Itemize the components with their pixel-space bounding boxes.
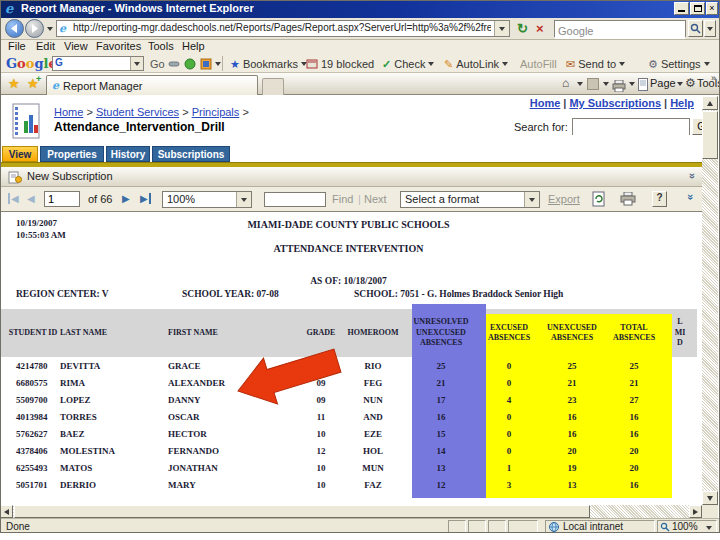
url-input[interactable] [57, 21, 493, 34]
print-dropdown-icon[interactable] [629, 82, 635, 86]
last-page-button[interactable]: ▶ [140, 193, 151, 204]
refresh-icon[interactable]: ↻ [517, 21, 528, 36]
find-text-input[interactable] [265, 193, 325, 206]
feeds-icon[interactable] [587, 78, 599, 90]
scroll-up-button[interactable] [702, 96, 718, 110]
prev-page-button[interactable]: ◀ [27, 193, 35, 204]
format-select-dropdown[interactable] [524, 192, 539, 207]
stop-icon[interactable]: × [536, 21, 544, 36]
menu-edit[interactable]: Edit [36, 40, 55, 52]
col-unresolved-unexcused[interactable]: UNRESOLVED UNEXCUSED ABSENCES [404, 309, 478, 357]
autofill-button[interactable]: AutoFill [520, 57, 557, 71]
menu-view[interactable]: View [64, 40, 88, 52]
table-row[interactable]: 4013984 TORRES OSCAR 11 AND 16 0 16 16 [8, 408, 696, 425]
zoom-select[interactable]: 100% [162, 191, 252, 208]
url-field[interactable]: e [56, 20, 510, 37]
favorites-center-icon[interactable]: ★ [8, 76, 20, 91]
notebook-icon[interactable] [200, 57, 221, 71]
horizontal-scroll-thumb[interactable] [14, 505, 590, 518]
sendto-button[interactable]: ✉Send to [566, 57, 625, 71]
tab-properties[interactable]: Properties [40, 146, 104, 162]
search-box[interactable] [554, 20, 686, 37]
menu-favorites[interactable]: Favorites [96, 40, 141, 52]
bookmarks-button[interactable]: ★Bookmarks [230, 57, 307, 71]
google-combo-dropdown[interactable] [130, 57, 143, 70]
table-row[interactable]: 6255493 MATOS JONATHAN 10 MUN 13 1 19 20 [8, 459, 696, 476]
first-page-button[interactable]: ◀ [8, 193, 19, 204]
vertical-scrollbar[interactable] [702, 96, 718, 505]
back-button[interactable] [5, 19, 24, 38]
feeds-dropdown-icon[interactable] [603, 82, 609, 86]
horizontal-scrollbar[interactable] [0, 505, 702, 518]
viewer-help-icon[interactable]: ? [652, 191, 667, 207]
collapse-chevron-icon[interactable]: « [685, 173, 697, 179]
settings-button[interactable]: ⚙Settings [648, 57, 710, 71]
toolbar-more-icon[interactable]: » [711, 73, 716, 83]
link-home[interactable]: Home [530, 97, 561, 109]
col-homeroom[interactable]: HOMEROOM [342, 309, 404, 357]
link-icon[interactable] [168, 57, 180, 71]
menu-file[interactable]: File [8, 40, 26, 52]
col-excused[interactable]: EXCUSED ABSENCES [478, 309, 540, 357]
window-titlebar[interactable]: e Report Manager - Windows Internet Expl… [0, 0, 720, 18]
minimize-button[interactable] [674, 2, 689, 15]
search-dropdown-button[interactable] [704, 20, 716, 37]
col-total[interactable]: TOTAL ABSENCES [604, 309, 664, 357]
next-page-button[interactable]: ▶ [122, 193, 130, 204]
export-link[interactable]: Export [548, 193, 580, 205]
menu-tools[interactable]: Tools [148, 40, 174, 52]
google-go-button[interactable]: Go [150, 57, 165, 71]
expand-chevron-icon[interactable]: » [685, 194, 697, 200]
col-first-name[interactable]: FIRST NAME [166, 309, 300, 357]
url-dropdown-button[interactable] [494, 21, 509, 36]
tab-view[interactable]: View [2, 146, 38, 162]
pagerank-orb-icon[interactable] [184, 57, 196, 71]
page-button[interactable]: Page [650, 77, 676, 89]
table-row[interactable]: 5509700 LOPEZ DANNY 09 NUN 17 4 23 27 [8, 391, 696, 408]
close-button[interactable]: × [706, 2, 718, 15]
zoom-select-dropdown[interactable] [236, 192, 251, 207]
scroll-right-button[interactable] [689, 505, 702, 518]
table-row[interactable]: 4214780 DEVITTA GRACE 12 RIO 25 0 25 25 [8, 357, 696, 374]
print-report-icon[interactable] [620, 192, 636, 208]
link-my-subscriptions[interactable]: My Subscriptions [569, 97, 661, 109]
scroll-down-button[interactable] [702, 491, 718, 505]
google-search-combo[interactable]: G [52, 56, 144, 71]
forward-button[interactable] [25, 19, 44, 38]
browser-search-input[interactable] [555, 24, 685, 39]
col-student-id[interactable]: STUDENT ID [8, 309, 58, 357]
refresh-report-icon[interactable] [592, 191, 606, 209]
table-row[interactable]: 5051701 DERRIO MARY 10 FAZ 12 3 13 16 [8, 476, 696, 493]
page-number-input[interactable] [45, 192, 79, 206]
menu-help[interactable]: Help [182, 40, 205, 52]
autolink-button[interactable]: ✎AutoLink [444, 57, 508, 71]
zoom-panel[interactable]: 100% [657, 520, 717, 533]
new-subscription-button[interactable]: New Subscription [27, 170, 113, 182]
report-search-input[interactable] [573, 122, 689, 137]
vertical-scroll-thumb[interactable] [702, 111, 718, 159]
tab-subscriptions[interactable]: Subscriptions [152, 146, 230, 162]
table-row[interactable]: 4378406 MOLESTINA FERNANDO 12 HOL 14 0 2… [8, 442, 696, 459]
export-format-select[interactable]: Select a format [400, 191, 540, 208]
col-unexcused[interactable]: UNEXCUSED ABSENCES [540, 309, 604, 357]
home-icon[interactable]: ⌂ [562, 76, 569, 90]
search-go-icon[interactable] [688, 20, 703, 37]
spellcheck-button[interactable]: ✓Check [382, 57, 434, 71]
next-link[interactable]: Next [364, 193, 387, 205]
home-dropdown-icon[interactable] [577, 82, 583, 86]
breadcrumb-student-services[interactable]: Student Services [96, 106, 179, 118]
link-help[interactable]: Help [670, 97, 694, 109]
new-tab-stub[interactable] [262, 78, 284, 95]
history-dropdown-icon[interactable] [47, 27, 53, 31]
page-dropdown-icon[interactable] [677, 82, 683, 86]
tab-report-manager[interactable]: e Report Manager [46, 75, 258, 95]
breadcrumb-principals[interactable]: Principals [192, 106, 240, 118]
print-icon[interactable] [612, 78, 626, 96]
tools-button[interactable]: Tools [697, 77, 720, 89]
scroll-left-button[interactable] [0, 505, 13, 518]
col-grade[interactable]: GRADE [300, 309, 342, 357]
tab-history[interactable]: History [106, 146, 150, 162]
zoom-dropdown-icon[interactable] [706, 526, 712, 530]
report-search-field[interactable] [572, 118, 690, 135]
popup-blocker-button[interactable]: 19 blocked [306, 57, 374, 71]
